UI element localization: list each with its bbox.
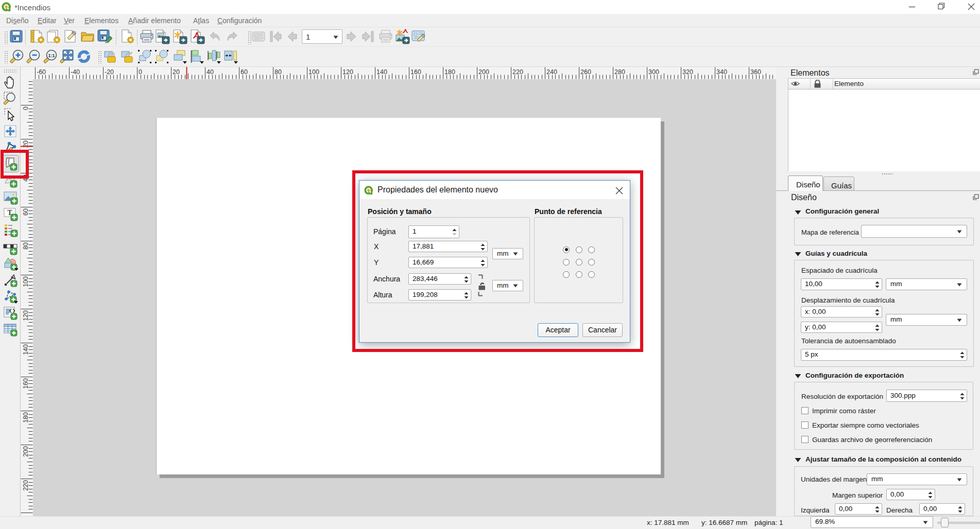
svg-text:240: 240 <box>546 68 557 76</box>
svg-text:160: 160 <box>22 378 29 389</box>
svg-text:40: 40 <box>207 68 214 76</box>
svg-text:80: 80 <box>274 68 282 76</box>
svg-text:180: 180 <box>22 412 29 423</box>
svg-text:0: 0 <box>139 68 142 76</box>
svg-text:160: 160 <box>410 68 421 76</box>
svg-text:180: 180 <box>444 68 455 76</box>
svg-text:1:1: 1:1 <box>48 53 55 58</box>
svg-text:220: 220 <box>22 480 29 491</box>
svg-text:320: 320 <box>682 68 693 76</box>
svg-text:200: 200 <box>478 68 489 76</box>
svg-text:-40: -40 <box>71 68 80 76</box>
svg-text:100: 100 <box>308 68 319 76</box>
svg-text:0: 0 <box>22 107 29 110</box>
svg-text:120: 120 <box>342 68 353 76</box>
svg-text:100: 100 <box>22 276 29 287</box>
svg-text:60: 60 <box>22 208 29 216</box>
svg-text:360: 360 <box>750 68 761 76</box>
svg-text:200: 200 <box>22 446 29 457</box>
svg-text:280: 280 <box>614 68 625 76</box>
svg-text:120: 120 <box>22 310 29 321</box>
svg-text:140: 140 <box>22 344 29 355</box>
svg-text:80: 80 <box>22 242 29 250</box>
svg-text:140: 140 <box>376 68 387 76</box>
svg-text:300: 300 <box>648 68 659 76</box>
svg-text:-20: -20 <box>105 68 114 76</box>
svg-text:20: 20 <box>173 68 180 76</box>
svg-text:60: 60 <box>240 68 248 76</box>
svg-text:340: 340 <box>716 68 727 76</box>
svg-text:220: 220 <box>512 68 523 76</box>
svg-text:-60: -60 <box>37 68 46 76</box>
svg-text:260: 260 <box>580 68 591 76</box>
